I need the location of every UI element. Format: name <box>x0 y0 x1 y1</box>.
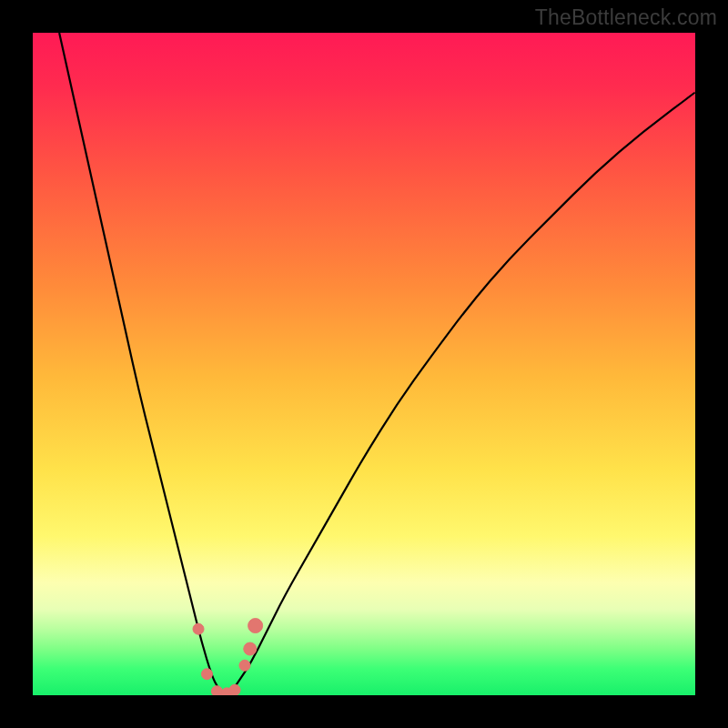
curve-group <box>59 33 695 695</box>
curve-svg <box>33 33 695 695</box>
curve-marker <box>248 619 263 633</box>
curve-marker <box>193 623 204 634</box>
curve-marker <box>244 642 257 655</box>
bottleneck-curve <box>59 33 695 694</box>
plot-area <box>33 33 695 695</box>
curve-marker <box>229 684 240 695</box>
watermark-text: TheBottleneck.com <box>535 5 717 30</box>
curve-markers <box>193 619 263 695</box>
curve-marker <box>201 669 212 680</box>
curve-marker <box>239 660 250 671</box>
curve-marker <box>211 686 222 695</box>
chart-frame: TheBottleneck.com <box>0 0 728 728</box>
